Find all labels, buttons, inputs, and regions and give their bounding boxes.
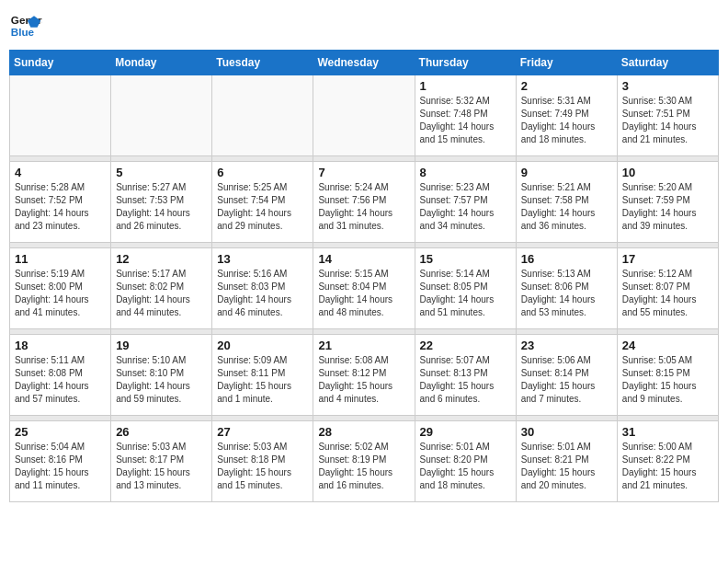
day-info: Sunrise: 5:13 AM Sunset: 8:06 PM Dayligh…: [521, 268, 612, 319]
day-number: 20: [217, 339, 308, 352]
day-number: 2: [521, 79, 612, 93]
day-info: Sunrise: 5:23 AM Sunset: 7:57 PM Dayligh…: [420, 181, 511, 233]
day-number: 8: [420, 166, 511, 179]
day-cell: [313, 75, 415, 156]
day-info: Sunrise: 5:25 AM Sunset: 7:54 PM Dayligh…: [217, 181, 308, 233]
day-cell: 17Sunrise: 5:12 AM Sunset: 8:07 PM Dayli…: [617, 248, 718, 329]
day-cell: 6Sunrise: 5:25 AM Sunset: 7:54 PM Daylig…: [212, 162, 313, 243]
day-cell: 18Sunrise: 5:11 AM Sunset: 8:08 PM Dayli…: [10, 335, 111, 416]
day-cell: 23Sunrise: 5:06 AM Sunset: 8:14 PM Dayli…: [516, 335, 617, 416]
day-number: 9: [521, 166, 612, 179]
week-row-1: 1Sunrise: 5:32 AM Sunset: 7:48 PM Daylig…: [10, 75, 719, 156]
day-info: Sunrise: 5:30 AM Sunset: 7:51 PM Dayligh…: [622, 95, 713, 146]
week-row-2: 4Sunrise: 5:28 AM Sunset: 7:52 PM Daylig…: [10, 162, 719, 243]
logo: General Blue: [9, 9, 42, 42]
day-number: 15: [420, 252, 511, 266]
day-number: 10: [622, 166, 713, 179]
day-number: 31: [622, 425, 713, 439]
day-number: 14: [318, 252, 409, 266]
day-number: 18: [15, 339, 106, 352]
day-number: 21: [318, 339, 409, 352]
day-info: Sunrise: 5:32 AM Sunset: 7:48 PM Dayligh…: [420, 95, 511, 146]
day-cell: 30Sunrise: 5:01 AM Sunset: 8:21 PM Dayli…: [516, 421, 617, 502]
day-number: 3: [622, 79, 713, 93]
day-cell: 12Sunrise: 5:17 AM Sunset: 8:02 PM Dayli…: [111, 248, 212, 329]
day-info: Sunrise: 5:12 AM Sunset: 8:07 PM Dayligh…: [622, 268, 713, 319]
day-header-tuesday: Tuesday: [212, 51, 313, 75]
day-cell: [212, 75, 313, 156]
day-number: 25: [15, 425, 106, 439]
day-number: 6: [217, 166, 308, 179]
day-number: 17: [622, 252, 713, 266]
day-info: Sunrise: 5:09 AM Sunset: 8:11 PM Dayligh…: [217, 354, 308, 406]
day-info: Sunrise: 5:24 AM Sunset: 7:56 PM Dayligh…: [318, 181, 409, 233]
day-number: 23: [521, 339, 612, 352]
day-info: Sunrise: 5:15 AM Sunset: 8:04 PM Dayligh…: [318, 268, 409, 319]
day-cell: 21Sunrise: 5:08 AM Sunset: 8:12 PM Dayli…: [313, 335, 415, 416]
day-cell: 3Sunrise: 5:30 AM Sunset: 7:51 PM Daylig…: [617, 75, 718, 156]
day-header-monday: Monday: [111, 51, 212, 75]
day-cell: 16Sunrise: 5:13 AM Sunset: 8:06 PM Dayli…: [516, 248, 617, 329]
page-header: General Blue: [9, 9, 719, 42]
calendar-table: SundayMondayTuesdayWednesdayThursdayFrid…: [9, 50, 719, 502]
day-number: 26: [116, 425, 207, 439]
day-header-thursday: Thursday: [415, 51, 516, 75]
day-info: Sunrise: 5:27 AM Sunset: 7:53 PM Dayligh…: [116, 181, 207, 233]
day-cell: 24Sunrise: 5:05 AM Sunset: 8:15 PM Dayli…: [617, 335, 718, 416]
day-cell: 22Sunrise: 5:07 AM Sunset: 8:13 PM Dayli…: [415, 335, 516, 416]
day-number: 7: [318, 166, 409, 179]
day-cell: [10, 75, 111, 156]
day-number: 19: [116, 339, 207, 352]
day-cell: 8Sunrise: 5:23 AM Sunset: 7:57 PM Daylig…: [415, 162, 516, 243]
day-info: Sunrise: 5:21 AM Sunset: 7:58 PM Dayligh…: [521, 181, 612, 233]
day-cell: 25Sunrise: 5:04 AM Sunset: 8:16 PM Dayli…: [10, 421, 111, 502]
day-header-friday: Friday: [516, 51, 617, 75]
day-cell: 29Sunrise: 5:01 AM Sunset: 8:20 PM Dayli…: [415, 421, 516, 502]
day-header-sunday: Sunday: [10, 51, 111, 75]
day-number: 16: [521, 252, 612, 266]
day-info: Sunrise: 5:01 AM Sunset: 8:21 PM Dayligh…: [521, 441, 612, 492]
day-cell: 11Sunrise: 5:19 AM Sunset: 8:00 PM Dayli…: [10, 248, 111, 329]
day-number: 22: [420, 339, 511, 352]
day-number: 12: [116, 252, 207, 266]
week-row-3: 11Sunrise: 5:19 AM Sunset: 8:00 PM Dayli…: [10, 248, 719, 329]
day-number: 28: [318, 425, 409, 439]
day-info: Sunrise: 5:06 AM Sunset: 8:14 PM Dayligh…: [521, 354, 612, 406]
day-cell: [111, 75, 212, 156]
day-number: 30: [521, 425, 612, 439]
day-info: Sunrise: 5:31 AM Sunset: 7:49 PM Dayligh…: [521, 95, 612, 146]
day-info: Sunrise: 5:28 AM Sunset: 7:52 PM Dayligh…: [15, 181, 106, 233]
day-header-wednesday: Wednesday: [313, 51, 415, 75]
day-info: Sunrise: 5:00 AM Sunset: 8:22 PM Dayligh…: [622, 441, 713, 492]
day-cell: 1Sunrise: 5:32 AM Sunset: 7:48 PM Daylig…: [415, 75, 516, 156]
day-info: Sunrise: 5:04 AM Sunset: 8:16 PM Dayligh…: [15, 441, 106, 492]
day-info: Sunrise: 5:16 AM Sunset: 8:03 PM Dayligh…: [217, 268, 308, 319]
day-number: 27: [217, 425, 308, 439]
day-number: 4: [15, 166, 106, 179]
day-info: Sunrise: 5:17 AM Sunset: 8:02 PM Dayligh…: [116, 268, 207, 319]
day-info: Sunrise: 5:08 AM Sunset: 8:12 PM Dayligh…: [318, 354, 409, 406]
day-cell: 13Sunrise: 5:16 AM Sunset: 8:03 PM Dayli…: [212, 248, 313, 329]
day-info: Sunrise: 5:02 AM Sunset: 8:19 PM Dayligh…: [318, 441, 409, 492]
day-info: Sunrise: 5:07 AM Sunset: 8:13 PM Dayligh…: [420, 354, 511, 406]
day-cell: 2Sunrise: 5:31 AM Sunset: 7:49 PM Daylig…: [516, 75, 617, 156]
day-cell: 31Sunrise: 5:00 AM Sunset: 8:22 PM Dayli…: [617, 421, 718, 502]
week-row-4: 18Sunrise: 5:11 AM Sunset: 8:08 PM Dayli…: [10, 335, 719, 416]
day-info: Sunrise: 5:01 AM Sunset: 8:20 PM Dayligh…: [420, 441, 511, 492]
day-cell: 10Sunrise: 5:20 AM Sunset: 7:59 PM Dayli…: [617, 162, 718, 243]
day-number: 11: [15, 252, 106, 266]
day-info: Sunrise: 5:20 AM Sunset: 7:59 PM Dayligh…: [622, 181, 713, 233]
day-number: 1: [420, 79, 511, 93]
day-info: Sunrise: 5:03 AM Sunset: 8:17 PM Dayligh…: [116, 441, 207, 492]
logo-icon: General Blue: [9, 9, 42, 42]
header-row: SundayMondayTuesdayWednesdayThursdayFrid…: [10, 51, 719, 75]
day-cell: 14Sunrise: 5:15 AM Sunset: 8:04 PM Dayli…: [313, 248, 415, 329]
day-cell: 19Sunrise: 5:10 AM Sunset: 8:10 PM Dayli…: [111, 335, 212, 416]
day-info: Sunrise: 5:03 AM Sunset: 8:18 PM Dayligh…: [217, 441, 308, 492]
day-cell: 15Sunrise: 5:14 AM Sunset: 8:05 PM Dayli…: [415, 248, 516, 329]
day-cell: 26Sunrise: 5:03 AM Sunset: 8:17 PM Dayli…: [111, 421, 212, 502]
day-info: Sunrise: 5:14 AM Sunset: 8:05 PM Dayligh…: [420, 268, 511, 319]
day-number: 5: [116, 166, 207, 179]
day-info: Sunrise: 5:05 AM Sunset: 8:15 PM Dayligh…: [622, 354, 713, 406]
day-header-saturday: Saturday: [617, 51, 718, 75]
